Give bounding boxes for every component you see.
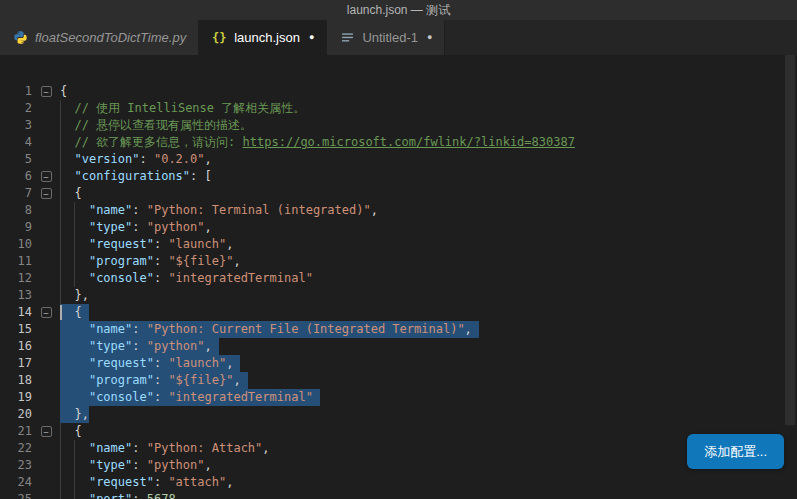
code-line-14[interactable]: 14− { xyxy=(0,304,797,321)
gutter[interactable]: 17 xyxy=(0,355,60,372)
scrollbar-thumb[interactable] xyxy=(785,55,795,425)
code-token: }, xyxy=(74,407,88,421)
code-line-24[interactable]: 24 "request": "attach", xyxy=(0,474,797,491)
code-text[interactable]: "type": "python", xyxy=(60,338,797,355)
code-text[interactable]: "program": "${file}", xyxy=(60,372,797,389)
code-text[interactable]: "console": "integratedTerminal" xyxy=(60,389,797,406)
code-text[interactable]: "request": "attach", xyxy=(60,474,797,491)
gutter[interactable]: 21− xyxy=(0,423,60,440)
code-line-4[interactable]: 4 // 欲了解更多信息，请访问: https://go.microsoft.c… xyxy=(0,134,797,151)
gutter[interactable]: 25 xyxy=(0,491,60,499)
code-line-13[interactable]: 13 }, xyxy=(0,287,797,304)
code-text[interactable]: // 使用 IntelliSense 了解相关属性。 xyxy=(60,100,797,117)
code-token: : [ xyxy=(190,169,212,183)
code-text[interactable]: // 欲了解更多信息，请访问: https://go.microsoft.com… xyxy=(60,134,797,151)
line-number: 7 xyxy=(0,185,32,202)
code-line-2[interactable]: 2 // 使用 IntelliSense 了解相关属性。 xyxy=(0,100,797,117)
gutter[interactable]: 1− xyxy=(0,83,60,100)
gutter[interactable]: 8 xyxy=(0,202,60,219)
line-number: 14 xyxy=(0,304,32,321)
fold-collapse-icon[interactable]: − xyxy=(41,188,52,199)
python-icon xyxy=(12,30,28,45)
gutter[interactable]: 5 xyxy=(0,151,60,168)
code-line-23[interactable]: 23 "type": "python", xyxy=(0,457,797,474)
code-text[interactable]: "port": 5678 xyxy=(60,491,797,499)
tab-launch-json[interactable]: {}launch.json● xyxy=(199,20,327,55)
gutter[interactable]: 11 xyxy=(0,253,60,270)
editor[interactable]: 1−{2 // 使用 IntelliSense 了解相关属性。3 // 悬停以查… xyxy=(0,55,797,499)
code-line-11[interactable]: 11 "program": "${file}", xyxy=(0,253,797,270)
fold-collapse-icon[interactable]: − xyxy=(41,426,52,437)
code-text[interactable]: "request": "launch", xyxy=(60,355,797,372)
code-text[interactable]: "request": "launch", xyxy=(60,236,797,253)
code-line-12[interactable]: 12 "console": "integratedTerminal" xyxy=(0,270,797,287)
add-configuration-button[interactable]: 添加配置... xyxy=(687,434,784,469)
code-text[interactable]: "name": "Python: Terminal (integrated)", xyxy=(60,202,797,219)
code-line-16[interactable]: 16 "type": "python", xyxy=(0,338,797,355)
scrollbar[interactable] xyxy=(783,55,797,499)
comment-link[interactable]: https://go.microsoft.com/fwlink/?linkid=… xyxy=(243,135,575,149)
code-line-17[interactable]: 17 "request": "launch", xyxy=(0,355,797,372)
code-text[interactable]: }, xyxy=(60,406,797,423)
modified-dot-icon[interactable]: ● xyxy=(309,33,314,42)
gutter[interactable]: 23 xyxy=(0,457,60,474)
fold-collapse-icon[interactable]: − xyxy=(41,86,52,97)
code-text[interactable]: { xyxy=(60,185,797,202)
gutter[interactable]: 13 xyxy=(0,287,60,304)
code-text[interactable]: { xyxy=(60,83,797,100)
code-text[interactable]: "program": "${file}", xyxy=(60,253,797,270)
code-line-8[interactable]: 8 "name": "Python: Terminal (integrated)… xyxy=(0,202,797,219)
gutter[interactable]: 2 xyxy=(0,100,60,117)
code-text[interactable]: "configurations": [ xyxy=(60,168,797,185)
gutter[interactable]: 15 xyxy=(0,321,60,338)
gutter[interactable]: 14− xyxy=(0,304,60,321)
code-line-20[interactable]: 20 }, xyxy=(0,406,797,423)
gutter[interactable]: 12 xyxy=(0,270,60,287)
code-text[interactable]: // 悬停以查看现有属性的描述。 xyxy=(60,117,797,134)
modified-dot-icon[interactable]: ● xyxy=(427,33,432,42)
code-line-10[interactable]: 10 "request": "launch", xyxy=(0,236,797,253)
code-token xyxy=(60,152,74,166)
gutter[interactable]: 20 xyxy=(0,406,60,423)
code-line-9[interactable]: 9 "type": "python", xyxy=(0,219,797,236)
fold-collapse-icon[interactable]: − xyxy=(41,171,52,182)
code-line-25[interactable]: 25 "port": 5678 xyxy=(0,491,797,499)
gutter[interactable]: 4 xyxy=(0,134,60,151)
code-text[interactable]: { xyxy=(60,304,797,321)
code-line-5[interactable]: 5 "version": "0.2.0", xyxy=(0,151,797,168)
gutter[interactable]: 10 xyxy=(0,236,60,253)
gutter[interactable]: 16 xyxy=(0,338,60,355)
line-number: 3 xyxy=(0,117,32,134)
code-text[interactable]: "console": "integratedTerminal" xyxy=(60,270,797,287)
tab-floatsecondtodicttime-py[interactable]: floatSecondToDictTime.py xyxy=(0,20,199,55)
code-token: : xyxy=(132,339,146,353)
fold-collapse-icon[interactable]: − xyxy=(41,307,52,318)
code-text[interactable]: "type": "python", xyxy=(60,219,797,236)
code-line-19[interactable]: 19 "console": "integratedTerminal" xyxy=(0,389,797,406)
code-line-21[interactable]: 21− { xyxy=(0,423,797,440)
gutter[interactable]: 3 xyxy=(0,117,60,134)
code-line-15[interactable]: 15 "name": "Python: Current File (Integr… xyxy=(0,321,797,338)
code-line-1[interactable]: 1−{ xyxy=(0,83,797,100)
code-token: , xyxy=(371,203,378,217)
code-line-6[interactable]: 6− "configurations": [ xyxy=(0,168,797,185)
code-line-7[interactable]: 7− { xyxy=(0,185,797,202)
gutter[interactable]: 6− xyxy=(0,168,60,185)
gutter[interactable]: 9 xyxy=(0,219,60,236)
tab-untitled-1[interactable]: Untitled-1● xyxy=(327,20,445,55)
code-text[interactable]: "name": "Python: Current File (Integrate… xyxy=(60,321,797,338)
code-token xyxy=(60,373,89,387)
gutter[interactable]: 18 xyxy=(0,372,60,389)
code-token: "Python: Current File (Integrated Termin… xyxy=(147,322,465,336)
gutter[interactable]: 7− xyxy=(0,185,60,202)
gutter[interactable]: 19 xyxy=(0,389,60,406)
code-line-18[interactable]: 18 "program": "${file}", xyxy=(0,372,797,389)
gutter[interactable]: 24 xyxy=(0,474,60,491)
code-line-22[interactable]: 22 "name": "Python: Attach", xyxy=(0,440,797,457)
code-text[interactable]: "version": "0.2.0", xyxy=(60,151,797,168)
code-token: : xyxy=(132,322,146,336)
gutter[interactable]: 22 xyxy=(0,440,60,457)
code-text[interactable]: }, xyxy=(60,287,797,304)
line-number: 9 xyxy=(0,219,32,236)
code-line-3[interactable]: 3 // 悬停以查看现有属性的描述。 xyxy=(0,117,797,134)
